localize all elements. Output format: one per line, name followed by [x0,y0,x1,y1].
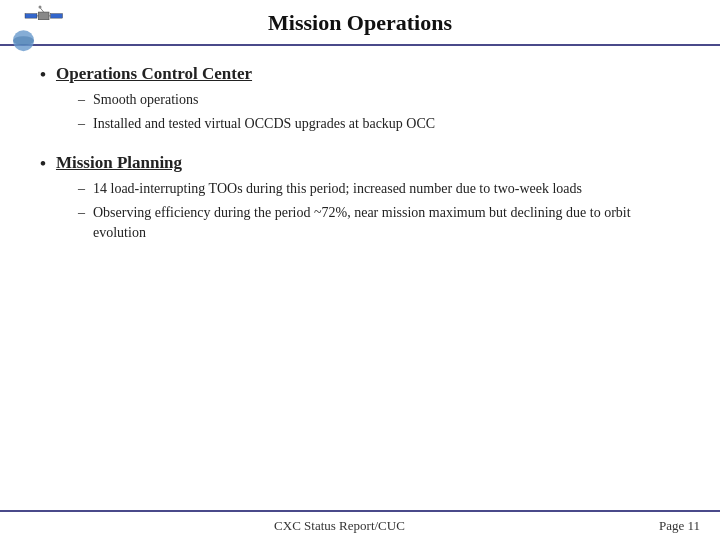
svg-rect-2 [39,12,50,20]
bullet-1: • [40,65,46,85]
section-1-sublist: – Smooth operations – Installed and test… [78,90,680,135]
sub-text-3: 14 load-interrupting TOOs during this pe… [93,179,680,199]
dash-icon: – [78,90,85,110]
svg-point-8 [39,5,42,8]
section-operations: • Operations Control Center – Smooth ope… [40,64,680,135]
header: Mission Operations [0,0,720,46]
list-item: – 14 load-interrupting TOOs during this … [78,179,680,199]
page-title: Mission Operations [268,10,452,36]
sub-text-1: Smooth operations [93,90,680,110]
section-2-sublist: – 14 load-interrupting TOOs during this … [78,179,680,244]
slide: Mission Operations • Operations Control … [0,0,720,540]
section-2-header-row: • Mission Planning [40,153,680,174]
section-mission: • Mission Planning – 14 load-interruptin… [40,153,680,244]
list-item: – Installed and tested virtual OCCDS upg… [78,114,680,134]
svg-rect-4 [51,14,63,19]
svg-point-1 [13,36,34,45]
footer-center: CXC Status Report/CUC [274,518,405,534]
section-1-header-row: • Operations Control Center [40,64,680,85]
main-content: • Operations Control Center – Smooth ope… [0,46,720,510]
svg-line-7 [40,8,44,13]
svg-rect-3 [25,14,37,19]
dash-icon: – [78,203,85,223]
dash-icon: – [78,114,85,134]
satellite-icon [10,4,70,54]
footer: CXC Status Report/CUC Page 11 [0,510,720,540]
bullet-2: • [40,154,46,174]
sub-text-2: Installed and tested virtual OCCDS upgra… [93,114,680,134]
list-item: – Smooth operations [78,90,680,110]
section-1-title: Operations Control Center [56,64,252,84]
section-2-title: Mission Planning [56,153,182,173]
footer-right: Page 11 [659,518,700,534]
dash-icon: – [78,179,85,199]
sub-text-4: Observing efficiency during the period ~… [93,203,680,244]
list-item: – Observing efficiency during the period… [78,203,680,244]
